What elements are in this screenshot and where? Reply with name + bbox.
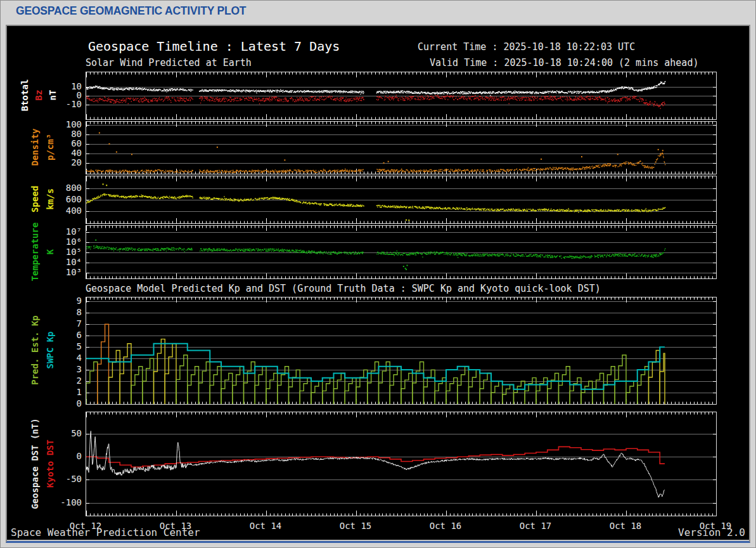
x-tick-label: Oct 13 [150,521,201,531]
y-tick-label: 10³ [49,267,82,277]
x-tick-label: Oct 15 [330,521,381,531]
panel-speed [86,176,717,224]
axis-label-imf-2: nT [48,90,58,101]
geospace-activity-page: GEOSPACE GEOMAGNETIC ACTIVITY PLOT Geosp… [0,0,756,548]
valid-time: Valid Time : 2025-10-18 10:24:00 (2 mins… [430,57,698,68]
y-tick-label: 100 [49,119,82,129]
y-tick-label: 0 [49,398,82,408]
plot-subtitle: Solar Wind Predicted at Earth [86,57,252,68]
kp-dst-section-title: Geospace Model Predicted Kp and DST (Gro… [86,283,601,294]
current-time: Current Time : 2025-10-18 10:22:03 UTC [418,41,635,53]
panel-imf [86,72,717,120]
y-tick-label: 1 [49,387,82,397]
panel-density [86,121,717,174]
x-tick-label: Oct 14 [240,521,291,531]
axis-label-kp-0: Pred. Est. Kp [30,315,40,385]
y-tick-label: 10⁶ [49,237,82,247]
panel-temperature [86,225,717,279]
axis-label-speed-0: Speed [30,186,40,212]
panel-dst [86,412,717,516]
y-tick-label: -100 [49,497,82,507]
x-tick-label: Oct 12 [60,521,111,531]
axis-label-dst-0: Geospace DST (nT) [30,418,40,509]
y-tick-label: 10⁴ [49,257,82,267]
axis-label-imf-0: Btotal [20,79,30,112]
x-tick-label: Oct 17 [510,521,561,531]
axis-label-speed-1: km/s [45,188,55,210]
panel-kp [86,297,717,405]
axis-label-imf-1: Bz [34,90,44,101]
axis-label-temperature-0: Temperature [30,222,40,281]
y-tick-label: 10⁷ [49,226,82,237]
axis-label-kp-1: SWPC Kp [45,331,55,369]
y-tick-label: 7 [49,318,82,329]
axis-label-density-1: p/cm³ [45,134,55,160]
axis-label-temperature-1: K [45,249,55,254]
y-tick-label: 9 [49,296,82,306]
x-tick-label: Oct 16 [420,521,471,531]
plot-title: Geospace Timeline : Latest 7 Days [88,39,340,54]
x-tick-label: Oct 18 [600,521,651,531]
axis-label-density-0: Density [30,128,40,166]
plot-panel: Geospace Timeline : Latest 7 Days Curren… [6,25,750,543]
axis-label-dst-1: Kyoto DST [45,440,55,488]
y-tick-label: 2 [49,375,82,386]
page-title: GEOSPACE GEOMAGNETIC ACTIVITY PLOT [16,4,246,18]
y-tick-label: 8 [49,307,82,317]
y-tick-label: 50 [49,428,82,438]
x-tick-label: Oct 19 [690,521,741,531]
